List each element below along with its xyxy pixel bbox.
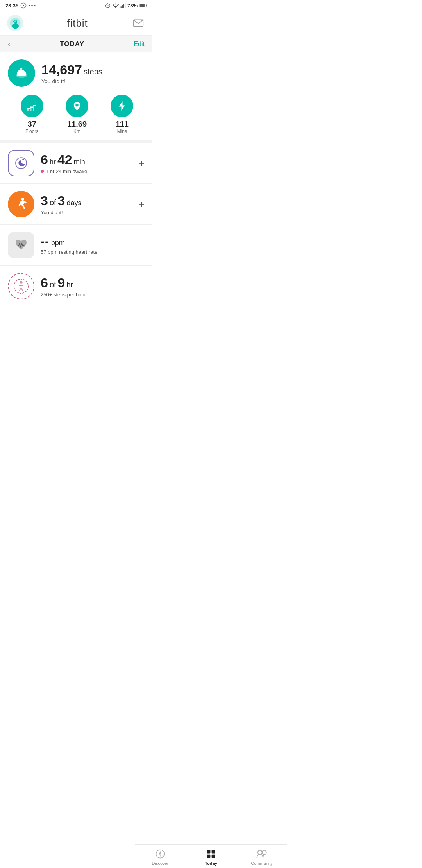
steps-section: 14,697steps You did it! 37 Floors <box>0 52 152 143</box>
status-left: 23:35 <box>5 2 36 9</box>
signal-icon <box>120 3 126 8</box>
dots-icon <box>29 3 36 8</box>
steps-icon <box>8 59 35 87</box>
app-title: fitbit <box>67 17 88 29</box>
svg-rect-9 <box>121 6 122 8</box>
km-icon <box>66 95 88 117</box>
location-icon <box>71 100 83 112</box>
svg-point-29 <box>75 104 79 107</box>
mins-stat: 111 Mins <box>100 95 145 134</box>
heart-icon-container <box>8 232 34 258</box>
svg-rect-23 <box>27 108 30 109</box>
heart-unit: bpm <box>51 239 65 247</box>
active-current: 3 <box>41 193 48 208</box>
heartrate-row[interactable]: -- bpm 57 bpm resting heart rate <box>0 225 152 266</box>
svg-rect-27 <box>30 108 31 111</box>
svg-rect-12 <box>125 3 125 8</box>
km-stat: 11.69 Km <box>54 95 99 134</box>
svg-rect-14 <box>146 5 147 6</box>
sleep-main: 6 hr 42 min <box>41 152 132 167</box>
hourly-total: 9 <box>58 275 65 291</box>
hourly-unit: hr <box>67 281 73 289</box>
shoe-icon <box>14 65 29 81</box>
svg-point-32 <box>21 198 24 201</box>
status-right: 73% <box>105 2 147 9</box>
awake-dot <box>41 170 44 173</box>
svg-rect-26 <box>27 109 29 111</box>
hourly-sub-text: 250+ steps per hour <box>41 292 86 298</box>
battery-percent: 73% <box>127 3 138 9</box>
mins-icon <box>111 95 133 117</box>
sleep-row[interactable]: Z 6 hr 42 min 1 hr 24 min awake + <box>0 143 152 184</box>
svg-line-7 <box>108 5 109 6</box>
svg-rect-10 <box>122 5 123 8</box>
heart-current: -- <box>41 235 50 248</box>
active-sub-text: You did it! <box>41 210 63 215</box>
heart-icon <box>13 237 29 253</box>
alarm-icon <box>105 2 111 9</box>
avatar[interactable] <box>7 15 23 31</box>
wifi-icon <box>113 3 119 8</box>
floors-value: 37 <box>28 120 36 129</box>
active-of: of <box>50 198 56 207</box>
sleep-add-button[interactable]: + <box>139 157 145 169</box>
hourly-subtitle: 250+ steps per hour <box>41 292 145 298</box>
heart-main: -- bpm <box>41 235 145 248</box>
active-add-button[interactable]: + <box>139 198 145 210</box>
svg-point-2 <box>29 5 30 6</box>
active-row[interactable]: 3 of 3 days You did it! + <box>0 184 152 225</box>
svg-point-4 <box>34 5 36 6</box>
active-unit: days <box>67 199 82 207</box>
hourly-icon <box>13 278 29 294</box>
active-main: 3 of 3 days <box>41 193 132 208</box>
svg-line-37 <box>20 288 21 291</box>
svg-line-38 <box>21 288 23 291</box>
back-button[interactable]: ‹ <box>8 39 11 48</box>
svg-rect-28 <box>33 106 34 111</box>
active-icon-container <box>8 191 34 217</box>
hourly-row[interactable]: 6 of 9 hr 250+ steps per hour <box>0 266 152 307</box>
sleep-icon-container: Z <box>8 150 34 176</box>
active-subtitle: You did it! <box>41 210 132 215</box>
hourly-current: 6 <box>41 275 48 291</box>
sleep-icon: Z <box>13 155 29 171</box>
svg-point-20 <box>14 20 16 22</box>
steps-count: 14,697 <box>41 62 82 77</box>
mins-label: Mins <box>117 129 127 134</box>
steps-unit: steps <box>84 67 102 76</box>
svg-point-18 <box>12 23 19 29</box>
hourly-info: 6 of 9 hr 250+ steps per hour <box>41 275 145 298</box>
hourly-of: of <box>50 280 56 289</box>
svg-point-19 <box>13 22 15 24</box>
floors-stat: 37 Floors <box>9 95 54 134</box>
active-info: 3 of 3 days You did it! <box>41 193 132 215</box>
avatar-icon <box>9 17 21 29</box>
svg-point-34 <box>20 281 23 284</box>
edit-button[interactable]: Edit <box>134 41 145 48</box>
svg-rect-15 <box>140 4 145 7</box>
inbox-button[interactable] <box>131 16 145 30</box>
km-value: 11.69 <box>67 120 87 129</box>
lightning-icon <box>116 100 128 112</box>
stairs-icon <box>26 100 38 112</box>
floors-icon <box>21 95 43 117</box>
floors-label: Floors <box>25 129 38 134</box>
active-total: 3 <box>58 193 65 208</box>
steps-info: 14,697steps You did it! <box>41 62 102 84</box>
heart-subtitle: 57 bpm resting heart rate <box>41 249 145 255</box>
status-time: 23:35 <box>5 3 18 9</box>
sleep-hours: 6 <box>41 152 48 167</box>
km-label: Km <box>73 129 80 134</box>
sleep-info: 6 hr 42 min 1 hr 24 min awake <box>41 152 132 174</box>
hourly-main: 6 of 9 hr <box>41 275 145 291</box>
svg-point-3 <box>31 5 33 6</box>
svg-text:Z: Z <box>22 158 24 162</box>
nav-bar: ‹ TODAY Edit <box>0 36 152 52</box>
svg-rect-11 <box>123 4 124 8</box>
pokemon-icon <box>20 2 27 9</box>
stats-row: 37 Floors 11.69 Km 111 Mins <box>8 95 145 134</box>
nav-title: TODAY <box>60 40 84 48</box>
mins-value: 111 <box>116 120 129 129</box>
battery-icon <box>139 3 147 8</box>
svg-marker-30 <box>119 101 125 111</box>
